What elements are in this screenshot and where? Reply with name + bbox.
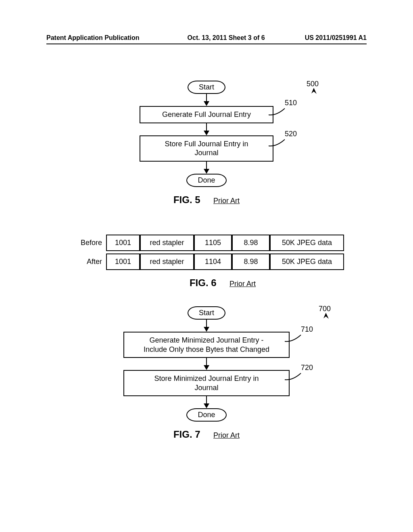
fig5-step1: Generate Full Journal Entry — [140, 106, 273, 123]
fig5-done: Done — [186, 174, 226, 187]
cell: 8.98 — [232, 235, 270, 251]
figure-7: 700 Start Generate Minimized Journal Ent… — [0, 306, 413, 440]
row-label-before: Before — [69, 239, 106, 247]
fig7-caption: FIG. 7 Prior Art — [0, 429, 413, 440]
fig7-prior-art: Prior Art — [213, 431, 240, 439]
arrow — [204, 123, 209, 135]
fig5-prior-art: Prior Art — [213, 197, 240, 205]
ref-720: 720 — [301, 364, 313, 372]
fig6-prior-art: Prior Art — [229, 280, 256, 288]
ref-710: 710 — [301, 325, 313, 334]
fig5-step2-line2: Journal — [194, 149, 218, 157]
fig7-step2-line1: Store Minimized Journal Entry in — [154, 374, 259, 382]
arrow — [204, 162, 209, 174]
fig7-done: Done — [186, 408, 226, 422]
arrow — [204, 320, 209, 332]
cell: 50K JPEG data — [270, 235, 344, 251]
fig5-caption: FIG. 5 Prior Art — [0, 194, 413, 206]
fig7-step1-line1: Generate Minimized Journal Entry - — [149, 336, 263, 344]
page-header: Patent Application Publication Oct. 13, … — [46, 34, 367, 42]
table-row-after: After 1001 red stapler 1104 8.98 50K JPE… — [69, 254, 344, 270]
fig6-caption: FIG. 6 Prior Art — [69, 277, 344, 289]
fig6-caption-title: FIG. 6 — [190, 277, 217, 288]
cell: 8.98 — [232, 254, 270, 270]
cell: 1104 — [194, 254, 232, 270]
cell: 1001 — [106, 235, 140, 251]
cell: red stapler — [140, 235, 194, 251]
fig5-caption-title: FIG. 5 — [173, 194, 200, 205]
leader-510 — [269, 108, 286, 117]
fig7-caption-title: FIG. 7 — [173, 429, 200, 440]
ref-520: 520 — [285, 130, 297, 138]
header-rule — [46, 44, 367, 44]
table-row-before: Before 1001 red stapler 1105 8.98 50K JP… — [69, 235, 344, 251]
ref-510: 510 — [285, 99, 297, 107]
header-right: US 2011/0251991 A1 — [305, 34, 367, 42]
fig7-step1-line2: Include Only those Bytes that Changed — [144, 345, 269, 353]
arrow — [204, 396, 209, 408]
cell: 1001 — [106, 254, 140, 270]
fig5-start: Start — [188, 81, 225, 94]
arrow — [204, 358, 209, 370]
fig7-step2-line2: Journal — [194, 384, 218, 392]
fig5-step2-line1: Store Full Journal Entry in — [165, 140, 248, 148]
leader-520 — [269, 139, 286, 148]
page: Patent Application Publication Oct. 13, … — [0, 0, 413, 532]
cell: 50K JPEG data — [270, 254, 344, 270]
fig7-step2: Store Minimized Journal Entry in Journal — [123, 370, 290, 396]
figure-6: Before 1001 red stapler 1105 8.98 50K JP… — [69, 232, 344, 289]
header-left: Patent Application Publication — [46, 34, 140, 42]
fig7-step1: Generate Minimized Journal Entry - Inclu… — [123, 332, 290, 358]
leader-720 — [285, 372, 302, 382]
figure-5: 500 Start Generate Full Journal Entry 51… — [0, 81, 413, 206]
row-label-after: After — [69, 258, 106, 266]
header-center: Oct. 13, 2011 Sheet 3 of 6 — [140, 34, 305, 42]
fig5-step2: Store Full Journal Entry in Journal — [140, 135, 273, 162]
cell: red stapler — [140, 254, 194, 270]
arrow — [204, 94, 209, 106]
fig7-start: Start — [188, 306, 225, 320]
leader-710 — [285, 334, 302, 344]
cell: 1105 — [194, 235, 232, 251]
